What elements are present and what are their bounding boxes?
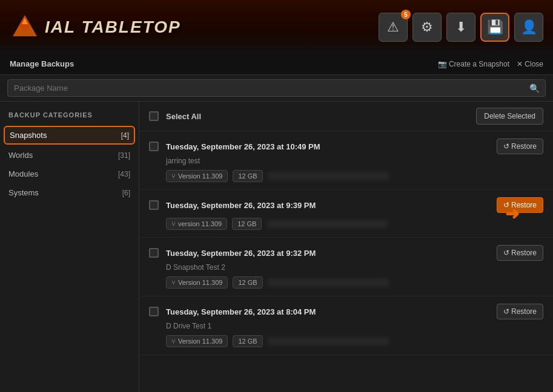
download-icon: ⬇ xyxy=(455,19,466,35)
alert-icon-button[interactable]: ⚠ 5 xyxy=(379,13,408,42)
sidebar-item-count-modules: [43] xyxy=(118,170,130,178)
backup-item-left: Tuesday, September 26, 2023 at 9:32 PM xyxy=(149,248,316,258)
alert-badge: 5 xyxy=(401,10,411,19)
branch-icon-1: ⑂ xyxy=(171,220,176,227)
main-content: Backup Categories Snapshots [4] Worlds [… xyxy=(0,102,553,392)
blurred-content-1 xyxy=(267,220,388,228)
backup-meta-3: ⑂ Version 11.309 12 GB xyxy=(166,335,543,347)
backup-icon: 💾 xyxy=(487,19,503,35)
close-button[interactable]: ✕ Close xyxy=(517,60,543,68)
backup-subtitle-2: D Snapshot Test 2 xyxy=(166,263,543,272)
backup-item-header: Tuesday, September 26, 2023 at 10:49 PM … xyxy=(149,139,543,154)
table-row: Tuesday, September 26, 2023 at 9:39 PM ↺… xyxy=(139,190,553,238)
restore-button-1[interactable]: ↺ Restore xyxy=(497,197,543,213)
sidebar-item-label-modules: Modules xyxy=(8,169,38,178)
size-tag-0: 12 GB xyxy=(233,170,262,182)
logo-icon xyxy=(10,12,40,42)
select-all-label: Select All xyxy=(166,112,201,121)
branch-icon-2: ⑂ xyxy=(171,279,176,286)
backup-icon-button[interactable]: 💾 xyxy=(480,13,509,42)
backup-item-left: Tuesday, September 26, 2023 at 10:49 PM xyxy=(149,142,320,151)
user-icon: 👤 xyxy=(521,19,537,35)
logo-area: ial Tabletop xyxy=(10,12,181,42)
arrow-indicator: ➜ xyxy=(505,204,519,224)
restore-button-2[interactable]: ↺ Restore xyxy=(497,245,543,261)
gear-icon: ⚙ xyxy=(421,19,433,35)
search-input[interactable] xyxy=(7,79,546,97)
backup-checkbox-0[interactable] xyxy=(149,142,159,151)
sidebar-item-snapshots[interactable]: Snapshots [4] xyxy=(4,126,135,145)
search-icon: 🔍 xyxy=(529,83,540,93)
sidebar-item-count-systems: [6] xyxy=(122,189,130,197)
backup-date-0: Tuesday, September 26, 2023 at 10:49 PM xyxy=(166,142,320,151)
content-panel: Select All Delete Selected Tuesday, Sept… xyxy=(139,102,553,392)
download-icon-button[interactable]: ⬇ xyxy=(446,13,475,42)
subheader-actions: 📷 Create a Snapshot ✕ Close xyxy=(438,60,543,68)
backup-date-2: Tuesday, September 26, 2023 at 9:32 PM xyxy=(166,249,316,258)
backup-checkbox-3[interactable] xyxy=(149,307,159,316)
version-tag-0: ⑂ Version 11.309 xyxy=(166,170,228,182)
backup-meta-1: ⑂ version 11.309 12 GB xyxy=(166,218,543,230)
logo-text: ial Tabletop xyxy=(45,18,181,37)
version-tag-3: ⑂ Version 11.309 xyxy=(166,335,228,347)
sidebar-title: Backup Categories xyxy=(0,109,139,125)
settings-icon-button[interactable]: ⚙ xyxy=(412,13,442,42)
size-tag-2: 12 GB xyxy=(233,276,262,289)
sidebar-item-worlds[interactable]: Worlds [31] xyxy=(0,146,139,165)
restore-button-3[interactable]: ↺ Restore xyxy=(497,304,543,319)
sidebar-item-modules[interactable]: Modules [43] xyxy=(0,165,139,183)
delete-selected-button[interactable]: Delete Selected xyxy=(476,108,543,125)
blurred-content-3 xyxy=(268,337,389,345)
user-icon-button[interactable]: 👤 xyxy=(514,13,543,42)
create-snapshot-button[interactable]: 📷 Create a Snapshot xyxy=(438,60,509,68)
table-row: Tuesday, September 26, 2023 at 10:49 PM … xyxy=(139,131,553,190)
branch-icon-3: ⑂ xyxy=(171,338,176,345)
backup-date-3: Tuesday, September 26, 2023 at 8:04 PM xyxy=(166,307,316,316)
backup-item-left: Tuesday, September 26, 2023 at 9:39 PM xyxy=(149,200,316,210)
backup-date-1: Tuesday, September 26, 2023 at 9:39 PM xyxy=(166,201,316,210)
backup-checkbox-1[interactable] xyxy=(149,200,159,210)
backup-checkbox-2[interactable] xyxy=(149,248,159,258)
sidebar-item-count-snapshots: [4] xyxy=(121,131,129,140)
restore-button-0[interactable]: ↺ Restore xyxy=(497,139,543,154)
backup-item-header: Tuesday, September 26, 2023 at 9:39 PM ↺… xyxy=(149,197,543,213)
top-icons: ⚠ 5 ⚙ ⬇ 💾 👤 xyxy=(379,13,543,42)
blurred-content-0 xyxy=(268,172,389,180)
search-bar: 🔍 xyxy=(0,75,553,102)
backup-item-header: Tuesday, September 26, 2023 at 8:04 PM ↺… xyxy=(149,304,543,319)
branch-icon-0: ⑂ xyxy=(171,172,176,180)
sidebar-item-label-worlds: Worlds xyxy=(8,151,33,160)
backup-subtitle-3: D Drive Test 1 xyxy=(166,322,543,330)
sidebar-item-count-worlds: [31] xyxy=(118,151,130,160)
table-row: Tuesday, September 26, 2023 at 9:32 PM ↺… xyxy=(139,238,553,296)
top-bar: ial Tabletop ⚠ 5 ⚙ ⬇ 💾 👤 xyxy=(0,0,553,54)
table-row: Tuesday, September 26, 2023 at 8:04 PM ↺… xyxy=(139,296,553,355)
backup-item-left: Tuesday, September 26, 2023 at 8:04 PM xyxy=(149,307,316,316)
select-all-bar: Select All Delete Selected xyxy=(139,102,553,131)
blurred-content-2 xyxy=(268,278,389,287)
version-tag-2: ⑂ Version 11.309 xyxy=(166,276,228,289)
backup-meta-0: ⑂ Version 11.309 12 GB xyxy=(166,170,543,182)
size-tag-3: 12 GB xyxy=(233,335,262,347)
select-all-checkbox[interactable] xyxy=(149,111,159,121)
sidebar-item-systems[interactable]: Systems [6] xyxy=(0,183,139,202)
backup-list: Tuesday, September 26, 2023 at 10:49 PM … xyxy=(139,131,553,392)
page-title: Manage Backups xyxy=(10,59,74,68)
backup-item-header: Tuesday, September 26, 2023 at 9:32 PM ↺… xyxy=(149,245,543,261)
subheader: Manage Backups 📷 Create a Snapshot ✕ Clo… xyxy=(0,53,553,75)
select-all-left: Select All xyxy=(149,111,201,121)
sidebar-item-label-systems: Systems xyxy=(8,188,39,197)
version-tag-1: ⑂ version 11.309 xyxy=(166,218,227,230)
sidebar-item-label-snapshots: Snapshots xyxy=(10,131,47,140)
backup-meta-2: ⑂ Version 11.309 12 GB xyxy=(166,276,543,289)
alert-icon: ⚠ xyxy=(387,19,399,35)
sidebar: Backup Categories Snapshots [4] Worlds [… xyxy=(0,102,139,392)
size-tag-1: 12 GB xyxy=(232,218,262,230)
backup-subtitle-0: jarring test xyxy=(166,157,543,165)
